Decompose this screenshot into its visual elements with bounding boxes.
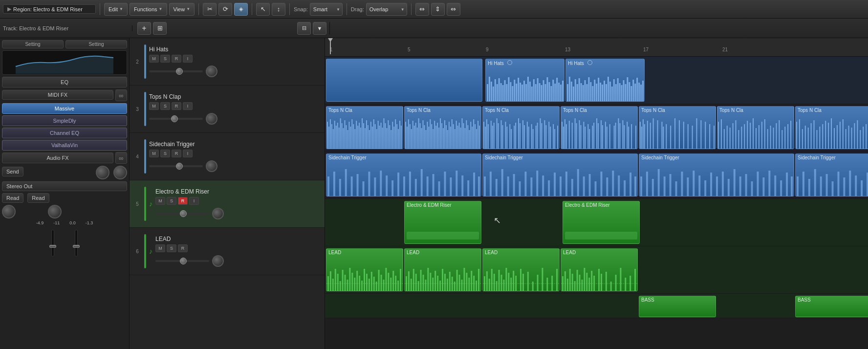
- input-button[interactable]: I: [183, 55, 193, 63]
- resize-v-icon-btn[interactable]: ⇕: [431, 3, 445, 16]
- riser-clip-1[interactable]: Electro & EDM Riser: [404, 201, 481, 244]
- svg-rect-54: [592, 86, 593, 101]
- msri-row: M S R I: [149, 102, 321, 110]
- volume-fader[interactable]: [155, 260, 209, 262]
- tops-clip-2[interactable]: Tops N Cla: [404, 106, 481, 149]
- pan-knob[interactable]: [206, 65, 217, 77]
- input-button[interactable]: I: [183, 150, 193, 157]
- expand-button[interactable]: ▼: [313, 22, 326, 35]
- resize-h-icon-btn[interactable]: ⇔: [447, 3, 460, 16]
- add-track-button[interactable]: +: [137, 22, 151, 35]
- pan-knob[interactable]: [212, 255, 224, 267]
- functions-button[interactable]: Functions ▼: [130, 3, 167, 16]
- record-button[interactable]: R: [178, 244, 188, 252]
- lead-clip-4[interactable]: LEAD: [561, 248, 638, 291]
- tops-clip-1[interactable]: Tops N Cla: [326, 106, 403, 149]
- edit-button[interactable]: Edit ▼: [104, 3, 128, 16]
- svg-rect-500: [418, 281, 419, 291]
- massive-plugin-button[interactable]: Massive: [2, 103, 127, 114]
- solo-button[interactable]: S: [167, 197, 176, 205]
- sidechain-clip-4[interactable]: Sidechain Trigger: [795, 153, 868, 196]
- scissors-icon-btn[interactable]: ✂: [203, 3, 217, 16]
- filter-button[interactable]: ⊟: [297, 22, 311, 35]
- setting-btn-1[interactable]: Setting: [2, 40, 64, 48]
- pan-knob[interactable]: [212, 208, 224, 219]
- pan-knob[interactable]: [206, 160, 217, 172]
- svg-rect-415: [681, 172, 683, 196]
- midi-fx-button[interactable]: MIDI FX: [2, 90, 113, 100]
- volume-fader[interactable]: [149, 165, 203, 167]
- tops-clip-4[interactable]: Tops N Cla: [561, 106, 638, 149]
- eq-button[interactable]: EQ: [2, 77, 127, 87]
- audio-link-icon[interactable]: ∞: [115, 152, 127, 164]
- region-arrow[interactable]: ▶: [7, 6, 11, 12]
- record-button[interactable]: R: [172, 55, 181, 63]
- mute-button[interactable]: M: [155, 197, 165, 205]
- main-knob-2[interactable]: [48, 205, 62, 218]
- arrangement-area[interactable]: 1 5 9 13 17 21: [325, 38, 868, 349]
- svg-rect-247: [619, 123, 620, 149]
- send-knob-1[interactable]: [96, 166, 109, 179]
- lead-clip-1[interactable]: LEAD: [326, 248, 403, 291]
- plus-arrow-icon-btn[interactable]: ↕: [272, 3, 285, 16]
- tops-clip-5[interactable]: Tops N Cla: [639, 106, 716, 149]
- loop-track-button[interactable]: ⊞: [153, 22, 167, 35]
- solo-button[interactable]: S: [160, 102, 170, 110]
- volume-fader[interactable]: [155, 213, 209, 215]
- send-button[interactable]: Send: [2, 167, 23, 176]
- hi-hats-clip-3[interactable]: Hi Hats: [565, 59, 645, 102]
- audio-fx-button[interactable]: Audio FX: [2, 153, 113, 163]
- sidechain-clip-2[interactable]: Sidechain Trigger: [482, 153, 638, 196]
- svg-rect-504: [427, 268, 429, 291]
- fader-track-1[interactable]: [51, 230, 54, 257]
- waveform-svg: // Generate random waveform bars for(let…: [326, 69, 482, 101]
- lead-clip-3[interactable]: LEAD: [482, 248, 560, 291]
- view-button[interactable]: View ▼: [169, 3, 195, 16]
- solo-button[interactable]: S: [167, 244, 176, 252]
- setting-btn-2[interactable]: Setting: [65, 40, 127, 48]
- snap-select[interactable]: Smart Bar Beat Division: [310, 3, 343, 16]
- drag-select[interactable]: Overlap No Overlap Shuffle: [366, 3, 407, 16]
- record-button[interactable]: R: [172, 102, 181, 110]
- tops-clip-7[interactable]: Tops N Cla: [795, 106, 868, 149]
- pointer-icon-btn[interactable]: ↖: [256, 3, 270, 16]
- fader-track-2[interactable]: [75, 230, 78, 257]
- solo-button[interactable]: S: [160, 55, 170, 63]
- mute-button[interactable]: M: [149, 55, 159, 63]
- sidechain-clip-3[interactable]: Sidechain Trigger: [639, 153, 794, 196]
- link-icon[interactable]: ∞: [115, 89, 127, 101]
- tops-clip-6[interactable]: Tops N Cla: [717, 106, 794, 149]
- read-btn-1[interactable]: Read: [2, 193, 23, 203]
- riser-clip-2[interactable]: Electro & EDM Riser: [563, 201, 640, 244]
- bass-clip-2[interactable]: BASS: [795, 296, 868, 317]
- solo-button[interactable]: S: [160, 150, 170, 157]
- midi-icon-btn[interactable]: ◈: [234, 3, 248, 16]
- main-knob-1[interactable]: [2, 205, 16, 218]
- input-button[interactable]: I: [189, 197, 199, 205]
- svg-rect-66: [615, 84, 617, 101]
- loop-icon-btn[interactable]: ⟳: [218, 3, 232, 16]
- read-btn-2[interactable]: Read: [27, 193, 49, 203]
- svg-rect-233: [587, 124, 588, 149]
- valhallavin-plugin-button[interactable]: ValhallaVin: [2, 140, 127, 151]
- record-button[interactable]: R: [178, 197, 188, 205]
- sidechain-clip-1[interactable]: Sidechain Trigger: [326, 153, 481, 196]
- hi-hats-clip-1[interactable]: // Generate random waveform bars for(let…: [326, 59, 482, 102]
- record-button[interactable]: R: [172, 150, 181, 157]
- mute-button[interactable]: M: [149, 102, 159, 110]
- mute-button[interactable]: M: [149, 150, 159, 157]
- volume-fader[interactable]: [149, 70, 203, 72]
- stereo-out-button[interactable]: Stereo Out: [2, 181, 127, 191]
- lead-clip-2[interactable]: LEAD: [404, 248, 481, 291]
- bass-clip-1[interactable]: BASS: [639, 296, 716, 317]
- hi-hats-clip-2[interactable]: Hi Hats: [485, 59, 564, 102]
- pan-knob[interactable]: [206, 113, 217, 125]
- volume-fader[interactable]: [149, 118, 203, 120]
- channeleq-plugin-button[interactable]: Channel EQ: [2, 128, 127, 138]
- smpledly-plugin-button[interactable]: SmpleDly: [2, 115, 127, 126]
- send-knob-2[interactable]: [113, 166, 127, 179]
- mute-button[interactable]: M: [155, 244, 165, 252]
- resize-icon-btn[interactable]: ⇔: [415, 3, 429, 16]
- input-button[interactable]: I: [183, 102, 193, 110]
- tops-clip-3[interactable]: Tops N Cla: [482, 106, 560, 149]
